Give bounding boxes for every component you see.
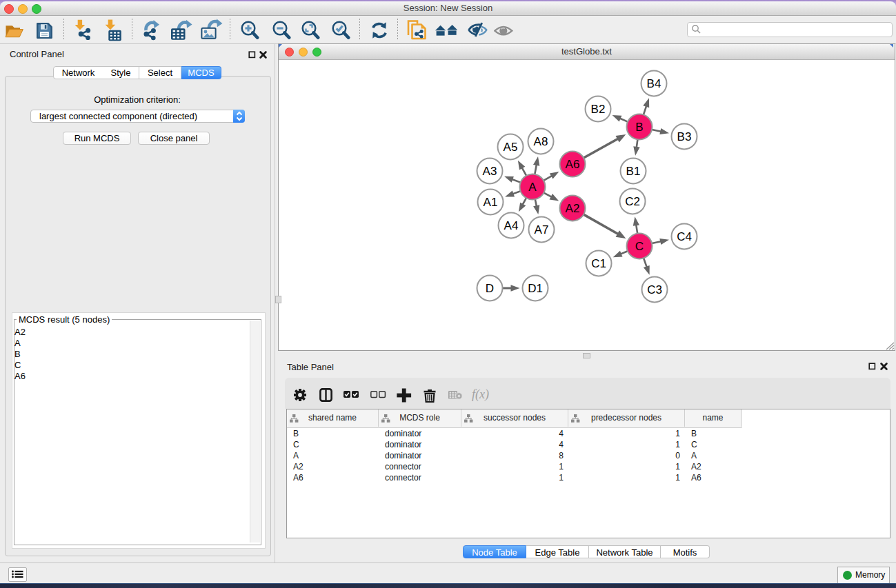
svg-text:B4: B4 [647, 77, 661, 90]
svg-text:B2: B2 [591, 103, 606, 116]
svg-text:C2: C2 [625, 195, 640, 208]
svg-text:A: A [528, 181, 537, 194]
svg-text:C: C [635, 240, 644, 253]
svg-text:A4: A4 [504, 219, 519, 232]
svg-text:A3: A3 [483, 165, 497, 178]
svg-text:C3: C3 [647, 283, 662, 296]
svg-text:B3: B3 [677, 130, 692, 143]
svg-text:B: B [635, 121, 643, 134]
svg-text:A7: A7 [535, 223, 549, 236]
svg-text:B1: B1 [626, 165, 641, 178]
svg-text:A5: A5 [504, 141, 518, 154]
svg-text:A2: A2 [566, 202, 580, 215]
svg-text:C1: C1 [591, 257, 606, 270]
svg-text:A8: A8 [534, 135, 548, 148]
svg-text:C4: C4 [677, 230, 692, 243]
svg-text:A6: A6 [566, 158, 580, 171]
svg-text:D: D [486, 282, 494, 295]
svg-text:A1: A1 [484, 196, 498, 209]
svg-text:D1: D1 [528, 282, 543, 295]
